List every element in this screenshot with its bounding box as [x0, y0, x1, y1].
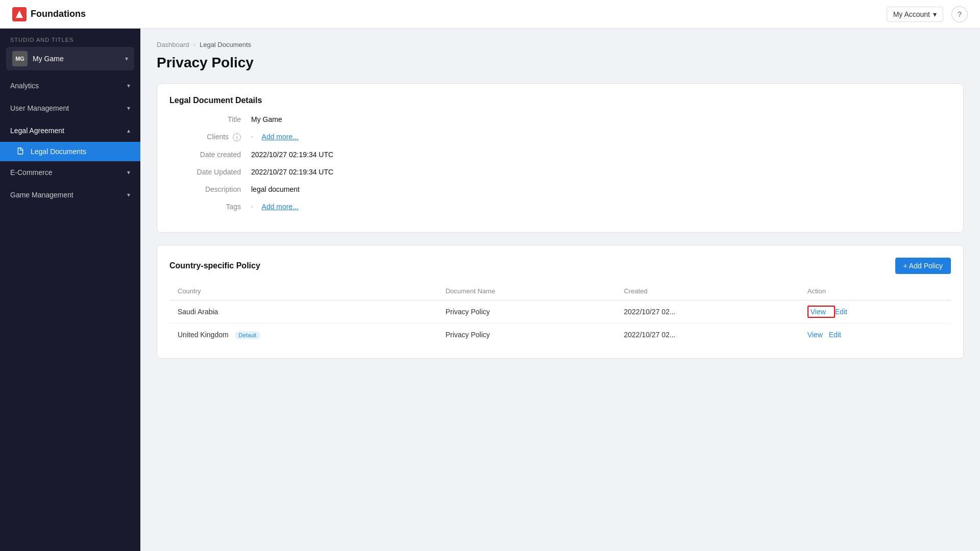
cell-document-name-2: Privacy Policy [437, 323, 616, 346]
sidebar-item-legal-agreement[interactable]: Legal Agreement ▴ [0, 119, 140, 142]
chevron-down-icon: ▾ [127, 191, 130, 198]
country-policy-header: Country-specific Policy + Add Policy [169, 258, 951, 274]
page-title: Privacy Policy [157, 55, 964, 71]
sidebar-item-analytics-label: Analytics [10, 82, 39, 90]
table-header-row: Country Document Name Created Action [169, 282, 951, 300]
col-document-name: Document Name [437, 282, 616, 300]
edit-link-2[interactable]: Edit [829, 331, 841, 339]
clients-add-more[interactable]: Add more... [262, 133, 299, 141]
cell-created-2: 2022/10/27 02... [616, 323, 799, 346]
sidebar: STUDIO AND TITLES MG My Game ▾ Analytics… [0, 29, 140, 551]
studio-avatar: MG [12, 51, 28, 66]
sidebar-item-legal-agreement-label: Legal Agreement [10, 127, 64, 135]
table-head: Country Document Name Created Action [169, 282, 951, 300]
col-country: Country [169, 282, 437, 300]
header-right: My Account ▾ ? [887, 6, 968, 22]
detail-value-description: legal document [251, 185, 300, 193]
detail-label-date-created: Date created [169, 151, 251, 159]
detail-label-date-updated: Date Updated [169, 168, 251, 176]
sidebar-item-ecommerce[interactable]: E-Commerce ▾ [0, 161, 140, 184]
logo-text: Foundations [31, 9, 86, 19]
top-header: Foundations My Account ▾ ? [0, 0, 980, 29]
detail-label-tags: Tags [169, 203, 251, 211]
sidebar-item-ecommerce-label: E-Commerce [10, 168, 52, 177]
detail-label-clients: Clients i [169, 133, 251, 141]
detail-row-title: Title My Game [169, 115, 951, 123]
cell-country-2: United Kingdom Default [169, 323, 437, 346]
help-icon: ? [958, 10, 962, 18]
sidebar-item-legal-documents-label: Legal Documents [31, 147, 86, 156]
detail-row-clients: Clients i - Add more... [169, 133, 951, 141]
legal-document-details-title: Legal Document Details [169, 96, 951, 105]
table-row: Saudi Arabia Privacy Policy 2022/10/27 0… [169, 300, 951, 323]
cell-action-2: View Edit [799, 323, 951, 346]
my-account-label: My Account [893, 10, 930, 18]
cell-action-1: View Edit [799, 300, 951, 323]
logo-icon [12, 7, 27, 21]
sidebar-item-analytics[interactable]: Analytics ▾ [0, 74, 140, 97]
detail-value-date-created: 2022/10/27 02:19:34 UTC [251, 151, 333, 159]
detail-row-description: Description legal document [169, 185, 951, 193]
table-row: United Kingdom Default Privacy Policy 20… [169, 323, 951, 346]
tags-add-more[interactable]: Add more... [262, 203, 299, 211]
add-policy-button[interactable]: + Add Policy [895, 258, 951, 274]
view-link-2[interactable]: View [807, 331, 823, 339]
clients-dash: - [251, 133, 254, 141]
chevron-down-icon: ▾ [127, 82, 130, 89]
cell-document-name-1: Privacy Policy [437, 300, 616, 323]
detail-row-date-created: Date created 2022/10/27 02:19:34 UTC [169, 151, 951, 159]
sidebar-item-game-management-label: Game Management [10, 191, 74, 199]
edit-link-1[interactable]: Edit [835, 308, 847, 316]
detail-value-tags: - Add more... [251, 203, 299, 211]
chevron-up-icon: ▴ [127, 127, 130, 134]
breadcrumb-dashboard[interactable]: Dashboard [157, 41, 189, 48]
detail-value-title: My Game [251, 115, 282, 123]
table-body: Saudi Arabia Privacy Policy 2022/10/27 0… [169, 300, 951, 346]
detail-label-description: Description [169, 185, 251, 193]
sidebar-item-game-management[interactable]: Game Management ▾ [0, 184, 140, 206]
help-button[interactable]: ? [951, 6, 968, 22]
sidebar-item-legal-documents[interactable]: Legal Documents [0, 142, 140, 161]
legal-document-details-card: Legal Document Details Title My Game Cli… [157, 83, 964, 233]
chevron-down-icon: ▾ [127, 169, 130, 176]
breadcrumb-separator: › [193, 41, 195, 48]
breadcrumb-current: Legal Documents [200, 41, 251, 48]
cell-created-1: 2022/10/27 02... [616, 300, 799, 323]
country-policy-table: Country Document Name Created Action Sau… [169, 282, 951, 346]
logo: Foundations [12, 7, 86, 21]
add-policy-label: + Add Policy [903, 262, 943, 270]
sidebar-item-user-management-label: User Management [10, 104, 69, 112]
studio-name: My Game [33, 55, 120, 63]
studio-selector[interactable]: MG My Game ▾ [6, 47, 134, 70]
studio-chevron-icon: ▾ [125, 55, 128, 62]
country-policy-card: Country-specific Policy + Add Policy Cou… [157, 245, 964, 359]
view-link-1[interactable]: View [811, 308, 826, 316]
detail-label-title: Title [169, 115, 251, 123]
sidebar-item-user-management[interactable]: User Management ▾ [0, 97, 140, 119]
chevron-down-icon: ▾ [127, 105, 130, 112]
country-policy-title: Country-specific Policy [169, 261, 260, 270]
detail-value-clients: - Add more... [251, 133, 299, 141]
default-badge: Default [235, 331, 261, 339]
detail-value-date-updated: 2022/10/27 02:19:34 UTC [251, 168, 333, 176]
my-account-button[interactable]: My Account ▾ [887, 7, 943, 22]
document-icon [16, 147, 26, 156]
view-highlighted-box: View [807, 306, 835, 318]
chevron-down-icon: ▾ [933, 10, 937, 18]
svg-marker-0 [16, 10, 23, 17]
col-created: Created [616, 282, 799, 300]
sidebar-section-label: STUDIO AND TITLES [0, 29, 140, 47]
info-icon: i [233, 133, 241, 141]
cell-country-1: Saudi Arabia [169, 300, 437, 323]
tags-dash: - [251, 203, 254, 211]
body-wrap: STUDIO AND TITLES MG My Game ▾ Analytics… [0, 29, 980, 551]
detail-row-date-updated: Date Updated 2022/10/27 02:19:34 UTC [169, 168, 951, 176]
col-action: Action [799, 282, 951, 300]
detail-row-tags: Tags - Add more... [169, 203, 951, 211]
breadcrumb: Dashboard › Legal Documents [157, 41, 964, 48]
main-content: Dashboard › Legal Documents Privacy Poli… [140, 29, 980, 551]
